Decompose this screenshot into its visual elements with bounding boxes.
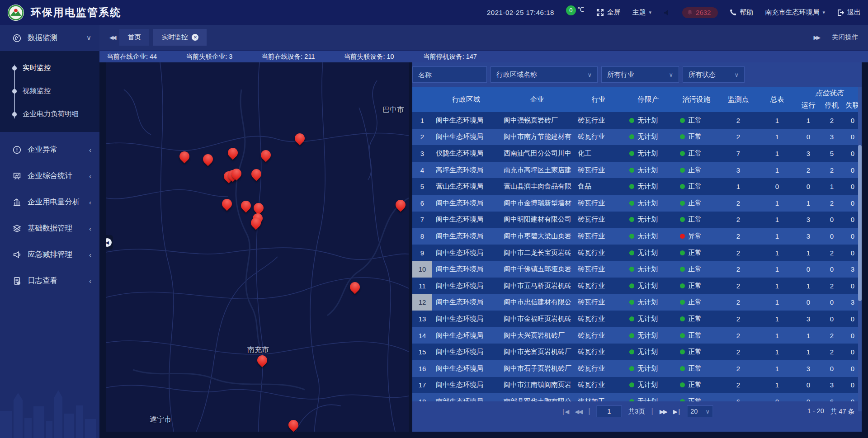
close-operations-button[interactable]: 关闭操作 [832, 33, 858, 42]
cell-company: 阆中千佛镇五郎垭页岩 [500, 265, 574, 273]
last-page-icon[interactable]: ▶❘ [673, 408, 681, 415]
status-dot-icon [680, 118, 685, 123]
sidebar-item-label: 企业综合统计 [28, 171, 72, 181]
status-dot-icon [680, 151, 685, 156]
cell-industry: 砖瓦行业 [574, 381, 623, 389]
page-size-select[interactable]: 20 ∨ [687, 405, 713, 417]
cell-points: 2 [719, 365, 758, 372]
table-row[interactable]: 9阆中生态环境局阆中市二龙长宝页岩砖砖瓦行业无计划正常21120 [412, 245, 862, 261]
table-row[interactable]: 10阆中生态环境局阆中千佛镇五郎垭页岩砖瓦行业无计划正常21003 [412, 261, 862, 278]
map-pin-icon[interactable] [295, 133, 305, 143]
map-pin-icon[interactable] [257, 355, 267, 365]
map-pin-icon[interactable] [222, 199, 232, 209]
map-pin-icon[interactable] [251, 218, 261, 228]
sidebar-item-3[interactable]: 企业用电量分析‹ [0, 189, 99, 215]
table-row[interactable]: 4高坪生态环境局南充市高坪区王家店建砖瓦行业无计划正常31220 [412, 162, 862, 179]
cell-industry: 砖瓦行业 [574, 364, 623, 373]
fullscreen-button[interactable]: 全屏 [596, 8, 621, 17]
cell-meters: 1 [758, 381, 797, 389]
cell-company: 阆中明阳建材有限公司 [500, 215, 574, 224]
page-number-input[interactable] [596, 405, 622, 417]
table-row[interactable]: 15阆中生态环境局阆中市光富页岩机砖厂砖瓦行业无计划正常21120 [412, 344, 862, 360]
table-row[interactable]: 3仪陇生态环境局西南油气田分公司川中化工无计划正常71350 [412, 145, 862, 162]
map-pin-icon[interactable] [288, 420, 298, 430]
cell-meters: 1 [758, 315, 797, 323]
tab-home[interactable]: 首页 [119, 29, 149, 46]
name-filter-input[interactable] [412, 66, 487, 83]
logout-button[interactable]: 退出 [837, 8, 861, 17]
sidebar-subitem[interactable]: 企业电力负荷明细 [0, 103, 99, 126]
tab-realtime-monitor[interactable]: 实时监控 ✕ [153, 29, 207, 46]
theme-dropdown[interactable]: 主题 ▾ [632, 8, 652, 17]
sidebar-subitem-label: 企业电力负荷明细 [23, 109, 79, 119]
map-pin-icon[interactable] [241, 201, 251, 211]
map-pin-icon[interactable] [350, 282, 360, 292]
table-row[interactable]: 11阆中生态环境局阆中市五马桥页岩机砖砖瓦行业无计划正常21120 [412, 278, 862, 294]
temperature-value: 0 [566, 5, 576, 15]
next-page-icon[interactable]: ▶▶ [660, 408, 667, 415]
table-row[interactable]: 16阆中生态环境局阆中市石子页岩机砖厂砖瓦行业无计划正常21300 [412, 360, 862, 377]
map-pin-icon[interactable] [179, 151, 189, 161]
tabs-scroll-left-icon[interactable]: ◀◀ [109, 34, 115, 41]
map[interactable]: 巴中市南充市遂宁市 ◀ [106, 62, 409, 432]
sidebar-subitem[interactable]: 实时监控 [0, 57, 99, 80]
map-pin-icon[interactable] [254, 203, 264, 213]
table-row[interactable]: 18南部生态环境局南部县双华土陶有限公建材加工无计划正常60060 [412, 393, 862, 401]
cell-facility-status: 正常 [674, 348, 719, 356]
org-dropdown[interactable]: 南充市生态环境局 ▾ [765, 8, 825, 17]
sidebar-item-2[interactable]: 企业综合统计‹ [0, 163, 99, 189]
status-filter-select[interactable]: 所有状态 ∨ [683, 66, 745, 83]
status-dot-icon [629, 201, 634, 206]
column-header: 监测点 [719, 87, 758, 112]
sidebar-subitem[interactable]: 视频监控 [0, 80, 99, 103]
status-dot-icon [680, 382, 685, 387]
sidebar-item-0[interactable]: 数据监测∨ [0, 25, 99, 51]
map-pin-icon[interactable] [231, 169, 241, 179]
row-index: 11 [412, 278, 432, 294]
help-button[interactable]: 帮助 [730, 8, 753, 17]
city-label: 南充市 [247, 345, 269, 354]
sidebar-item-5[interactable]: 应急减排管理‹ [0, 241, 99, 268]
close-icon[interactable]: ✕ [192, 34, 198, 41]
sidebar-item-label: 基础数据管理 [28, 223, 72, 233]
map-collapse-handle[interactable]: ◀ [106, 235, 113, 250]
announcement-button[interactable] [663, 9, 670, 16]
cell-limit-status: 无计划 [623, 348, 674, 356]
table-row[interactable]: 12阆中生态环境局阆中市忠信建材有限公砖瓦行业无计划正常21003 [412, 294, 862, 311]
table-row[interactable]: 14阆中生态环境局阆中大兴页岩机砖厂砖瓦行业无计划正常21120 [412, 327, 862, 344]
status-dot-icon [680, 168, 685, 173]
map-pin-icon[interactable] [203, 154, 213, 164]
table-row[interactable]: 7阆中生态环境局阆中明阳建材有限公司砖瓦行业无计划正常21300 [412, 212, 862, 228]
sidebar-item-4[interactable]: 基础数据管理‹ [0, 215, 99, 241]
table-row[interactable]: 2阆中生态环境局阆中市南方节能建材有砖瓦行业无计划正常21030 [412, 129, 862, 146]
cell-industry: 砖瓦行业 [574, 249, 623, 257]
status-dot-icon [680, 283, 685, 288]
map-pin-icon[interactable] [261, 150, 271, 160]
column-group-header: 点位状态 [797, 87, 862, 99]
map-pin-icon[interactable] [251, 169, 261, 179]
table-row[interactable]: 1阆中生态环境局阆中强锐页岩砖厂砖瓦行业无计划正常21120 [412, 112, 862, 129]
industry-filter-select[interactable]: 所有行业 ∨ [601, 66, 679, 83]
table-row[interactable]: 6阆中生态环境局阆中市金博瑞新型墙材砖瓦行业无计划正常21120 [412, 195, 862, 212]
cell-stop: 1 [820, 183, 844, 190]
region-filter-select[interactable]: 行政区域名称 ∨ [491, 66, 598, 83]
stat-item: 当前停机设备: 147 [423, 52, 477, 61]
notification-badge[interactable]: 2632 [682, 7, 718, 18]
sidebar-item-6[interactable]: 日志查看‹ [0, 268, 99, 294]
table-row[interactable]: 8阆中生态环境局阆中市枣碧大梁山页岩砖瓦行业无计划异常21300 [412, 228, 862, 245]
scrollbar-thumb[interactable] [858, 145, 862, 301]
row-index: 10 [412, 261, 432, 278]
tabs-scroll-right-icon[interactable]: ▶▶ [814, 34, 819, 41]
map-pin-icon[interactable] [228, 148, 238, 158]
table-row[interactable]: 17阆中生态环境局阆中市江南镇阆南页岩砖瓦行业无计划正常21030 [412, 377, 862, 394]
prev-page-icon[interactable]: ◀◀ [575, 408, 582, 415]
first-page-icon[interactable]: ❘◀ [561, 408, 568, 415]
sidebar-item-1[interactable]: 企业异常‹ [0, 137, 99, 163]
table-row[interactable]: 13阆中生态环境局阆中市金福旺页岩机砖砖瓦行业无计划正常21300 [412, 311, 862, 327]
map-pin-icon[interactable] [396, 200, 406, 210]
table-row[interactable]: 5营山生态环境局营山县润丰肉食品有限食品无计划正常10010 [412, 178, 862, 195]
cell-run: 3 [797, 365, 820, 372]
cell-facility-status: 正常 [674, 116, 719, 125]
cell-points: 2 [719, 282, 758, 290]
name-filter-input[interactable] [418, 71, 481, 79]
